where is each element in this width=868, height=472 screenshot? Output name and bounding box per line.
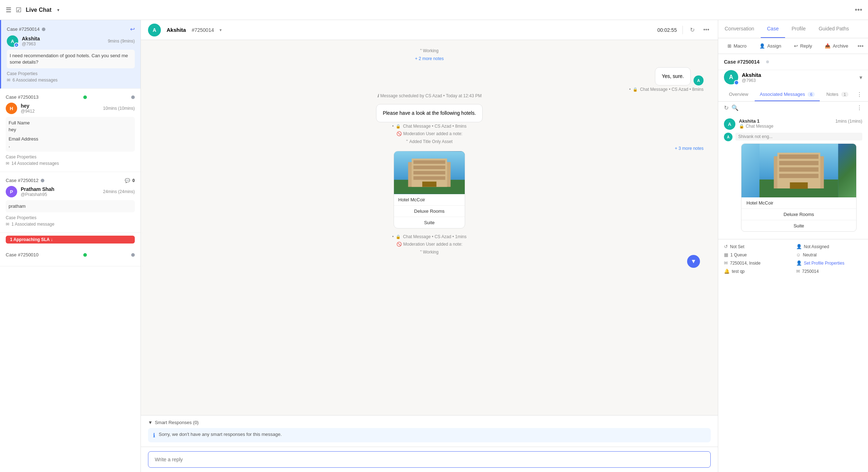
- assoc-msg-avatar-outer: A: [724, 118, 735, 130]
- checkbox-icon[interactable]: ☑: [16, 6, 21, 14]
- refresh-icon[interactable]: ↻: [689, 25, 696, 35]
- inner-tab-assoc-messages[interactable]: Associated Messages 6: [755, 88, 820, 101]
- prop-label-5: 7250014, Inside: [730, 261, 760, 266]
- msg-list-toolbar: ↻ 🔍 ⋮: [718, 102, 868, 114]
- conv-item-7250013[interactable]: Case #7250013 H hey @9412 10mins (10mins…: [0, 89, 140, 172]
- conv-user: A A Akshita @7963 9mins (9mins): [7, 35, 135, 47]
- prop-not-set: ↺ Not Set: [724, 244, 790, 249]
- smart-title-text: Smart Responses (0): [155, 420, 199, 425]
- tab-conversation[interactable]: Conversation: [718, 20, 761, 38]
- chat-timer: 00:02:55: [657, 27, 677, 33]
- prop-icon-2: 👤: [796, 244, 802, 249]
- conv-props-3: Case Properties: [6, 215, 36, 220]
- preview-line-3: Email Address: [9, 136, 132, 142]
- smart-content: ℹ Sorry, we don't have any smart respons…: [148, 428, 711, 442]
- added-text: Added Title Only Asset: [409, 139, 453, 144]
- conv-user-info-3: Pratham Shah @Pratshah95: [21, 186, 99, 197]
- assign-button[interactable]: 👤 Assign: [756, 41, 785, 51]
- msg-meta-3: • 🔒 Chat Message • CS Azad • 1mins: [155, 234, 704, 239]
- meta-text-1: Chat Message • CS Azad • 8mins: [640, 87, 704, 92]
- case-id-4: Case #7250010: [6, 252, 39, 257]
- chat-case-id[interactable]: #7250014: [192, 27, 214, 33]
- chat-contact-name: Akshita: [167, 27, 186, 33]
- conv-item-7250012[interactable]: Case #7250012 💬 0 P Pratham Shah @Pratsh…: [0, 172, 140, 233]
- archive-button[interactable]: 📥 Archive: [821, 41, 852, 51]
- prop-testqp: 🔔 test qp: [724, 269, 790, 274]
- avatar-wrapper-2: H: [6, 103, 17, 114]
- scroll-down-button[interactable]: ▼: [687, 255, 700, 268]
- right-action-more[interactable]: •••: [858, 43, 864, 49]
- smart-title[interactable]: ▼ Smart Responses (0): [148, 420, 711, 425]
- toolbar-more-icon[interactable]: ⋮: [857, 104, 862, 111]
- svg-rect-8: [422, 182, 437, 187]
- status-dot-4b: [131, 253, 135, 257]
- prop-neutral: ☺ Neutral: [796, 252, 863, 257]
- assoc-msg-username: Akshita 1: [739, 118, 760, 124]
- mod-note-text: Moderation User added a note:: [403, 131, 462, 136]
- working-note: " Working: [155, 47, 704, 54]
- chat-divider: [682, 26, 683, 34]
- inner-tab-overview[interactable]: Overview: [724, 88, 753, 101]
- smart-chevron: ▼: [148, 420, 153, 425]
- hotel-btn-2[interactable]: Suite: [394, 217, 465, 228]
- lock-icon-2: 🔒: [396, 124, 401, 129]
- inner-tab-notes[interactable]: Notes 1: [821, 88, 853, 101]
- status-dot: [42, 28, 45, 31]
- hamburger-icon[interactable]: ☰: [6, 6, 11, 14]
- right-panel-tabs: Conversation Case Profile Guided Paths: [718, 20, 868, 38]
- hotel-btn-1[interactable]: Deluxe Rooms: [394, 206, 465, 217]
- conv-item-7250014[interactable]: Case #7250014 ↩ A A Akshita @7963 9mins …: [0, 20, 140, 89]
- assoc-msg-header: A Akshita 1 1mins (1mins) 🔒 Chat Message: [724, 118, 862, 130]
- conv-item-header-4: Case #7250010: [6, 252, 135, 257]
- assoc-hotel-btn-2[interactable]: Suite: [741, 220, 856, 231]
- right-case-id: Case #7250014: [724, 59, 760, 65]
- conv-handle-3: @Pratshah95: [21, 192, 99, 197]
- reply-input[interactable]: [148, 451, 711, 468]
- conv-preview: I need recommendation of good hotels. Ca…: [7, 50, 135, 68]
- sla-badge[interactable]: 1 Approaching SLA ↓: [6, 236, 135, 244]
- macro-button[interactable]: ⊞ Macro: [724, 41, 750, 51]
- svg-rect-4: [413, 160, 445, 164]
- assoc-hotel-btn-1[interactable]: Deluxe Rooms: [741, 209, 856, 220]
- prop-label-8: 7250014: [802, 269, 819, 274]
- tab-case[interactable]: Case: [761, 20, 785, 38]
- dot-2: •: [392, 124, 394, 129]
- reply-button[interactable]: ↩ Reply: [790, 41, 815, 51]
- conv-time: 9mins (9mins): [108, 39, 135, 44]
- toolbar-refresh-icon[interactable]: ↻: [724, 104, 729, 111]
- msg-text-yes: Yes, sure.: [662, 73, 684, 79]
- macro-label: Macro: [734, 43, 746, 49]
- conv-props-row-3: Case Properties: [6, 215, 135, 220]
- more-icon[interactable]: •••: [702, 25, 711, 35]
- more-notes-1[interactable]: + 2 more notes: [155, 55, 704, 62]
- prop-inside: ✉ 7250014, Inside: [724, 260, 790, 266]
- inner-tabs-more[interactable]: ⋮: [857, 91, 862, 98]
- svg-rect-7: [413, 176, 445, 180]
- more-notes-link-2[interactable]: + 3 more notes: [675, 146, 704, 151]
- conv-time-3: 24mins (24mins): [103, 189, 135, 194]
- toolbar-search-icon[interactable]: 🔍: [731, 104, 739, 111]
- tab-profile[interactable]: Profile: [785, 20, 812, 38]
- more-notes-link[interactable]: + 2 more notes: [415, 56, 444, 61]
- reply-box: [141, 447, 718, 472]
- scheduled-msg: ℹ Message scheduled by CS Azad • Today a…: [155, 93, 704, 98]
- chat-case-chevron[interactable]: ▾: [220, 28, 222, 33]
- conv-item-7250010[interactable]: Case #7250010: [0, 246, 140, 266]
- assoc-hotel-name: Hotel McCoir: [741, 197, 856, 209]
- nav-more-icon[interactable]: •••: [855, 6, 862, 14]
- preview-line-1: Full Name: [9, 120, 132, 126]
- tab-guided-paths[interactable]: Guided Paths: [812, 20, 855, 38]
- meta-text-3: Chat Message • CS Azad • 1mins: [403, 234, 467, 239]
- title-dropdown-icon[interactable]: ▾: [57, 8, 59, 13]
- conv-time-2: 10mins (10mins): [103, 106, 135, 111]
- prop-set-profile[interactable]: 👤 Set Profile Properties: [796, 260, 863, 266]
- top-nav: ☰ ☑ Live Chat ▾ •••: [0, 0, 868, 20]
- conv-username-2: hey: [21, 103, 99, 109]
- right-case-header: Case #7250014: [718, 54, 868, 70]
- status-dot-green: [83, 95, 87, 99]
- right-user-chevron[interactable]: ▾: [859, 74, 862, 81]
- assoc-hotel-img: [741, 144, 856, 197]
- right-actions: ⊞ Macro 👤 Assign ↩ Reply 📥 Archive •••: [718, 38, 868, 54]
- info-icon-smart: ℹ: [153, 432, 155, 439]
- svg-rect-6: [413, 171, 445, 174]
